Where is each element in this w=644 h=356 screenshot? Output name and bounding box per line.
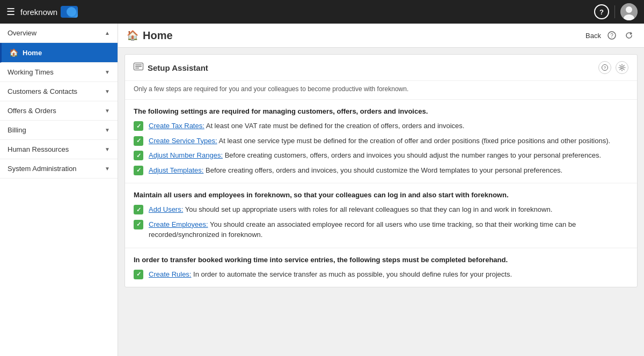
card-header-actions: ? (598, 61, 628, 74)
svg-text:?: ? (604, 65, 606, 70)
checkbox-create-employees[interactable] (134, 220, 143, 229)
svg-text:?: ? (610, 33, 613, 39)
create-rules-text: Create Rules: In order to automate the s… (149, 269, 512, 280)
page-help-button[interactable]: ? (605, 29, 618, 42)
page-title: Home (143, 29, 581, 42)
create-rules-link[interactable]: Create Rules: (149, 270, 191, 278)
card-icon (134, 63, 143, 72)
svg-point-3 (626, 6, 632, 13)
sidebar-working-times-label: Working Times (8, 68, 105, 76)
page-refresh-button[interactable] (623, 29, 635, 42)
topbar: ☰ foreknown ? (0, 0, 644, 24)
home-icon: 🏠 (9, 48, 18, 57)
back-button[interactable]: Back (586, 32, 601, 40)
adjust-number-ranges-link[interactable]: Adjust Number Ranges: (149, 151, 223, 159)
checkbox-adjust-number-ranges[interactable] (134, 151, 143, 160)
sidebar-item-offers-orders[interactable]: Offers & Orders ▼ (0, 101, 118, 121)
create-tax-rates-link[interactable]: Create Tax Rates: (149, 122, 204, 130)
chevron-down-icon: ▼ (105, 127, 110, 133)
chevron-down-icon: ▼ (105, 69, 110, 75)
transfer-section-title: In order to transfer booked working time… (134, 256, 628, 264)
list-item: Create Rules: In order to automate the s… (134, 269, 628, 280)
sidebar-billing-label: Billing (8, 126, 105, 134)
checkbox-create-service-types[interactable] (134, 136, 143, 146)
chevron-down-icon: ▼ (105, 146, 110, 152)
topbar-help-button[interactable]: ? (594, 4, 609, 19)
list-item: Add Users: You should set up appropriate… (134, 204, 628, 215)
sidebar: Overview ▲ 🏠 Home Working Times ▼ Custom… (0, 24, 118, 356)
users-section-title: Maintain all users and employees in fore… (134, 191, 628, 199)
checkbox-adjust-templates[interactable] (134, 166, 143, 175)
adjust-number-ranges-text: Adjust Number Ranges: Before creating cu… (149, 150, 601, 161)
page-header: 🏠 Home Back ? (118, 24, 644, 48)
svg-point-1 (67, 7, 76, 17)
page-home-icon: 🏠 (127, 29, 138, 41)
chevron-up-icon: ▲ (105, 30, 110, 36)
list-item: Create Service Types: At least one servi… (134, 136, 628, 146)
sidebar-item-working-times[interactable]: Working Times ▼ (0, 63, 118, 82)
sidebar-item-overview[interactable]: Overview ▲ (0, 24, 118, 43)
topbar-divider (614, 5, 615, 18)
sidebar-item-human-ressources[interactable]: Human Ressources ▼ (0, 140, 118, 159)
add-users-link[interactable]: Add Users: (149, 205, 183, 213)
card-settings-button[interactable] (616, 61, 628, 74)
card-title: Setup Assistant (148, 63, 598, 72)
main-layout: Overview ▲ 🏠 Home Working Times ▼ Custom… (0, 24, 644, 356)
menu-icon[interactable]: ☰ (6, 6, 15, 18)
create-employees-link[interactable]: Create Employees: (149, 220, 208, 228)
transfer-section: In order to transfer booked working time… (125, 248, 637, 287)
sidebar-offers-label: Offers & Orders (8, 107, 105, 115)
list-item: Create Tax Rates: At least one VAT rate … (134, 121, 628, 131)
main-content: Setup Assistant ? Only a few steps are r… (118, 48, 644, 356)
customers-section-title: The following settings are required for … (134, 107, 628, 115)
logo-icon (61, 6, 78, 18)
sidebar-system-admin-label: System Administration (8, 165, 105, 173)
users-section: Maintain all users and employees in fore… (125, 183, 637, 248)
checkbox-create-rules[interactable] (134, 270, 143, 279)
content-area: 🏠 Home Back ? Setup Assista (118, 24, 644, 356)
sidebar-item-billing[interactable]: Billing ▼ (0, 121, 118, 140)
chevron-down-icon: ▼ (105, 108, 110, 114)
sidebar-customers-label: Customers & Contacts (8, 87, 105, 95)
create-tax-rates-text: Create Tax Rates: At least one VAT rate … (149, 121, 464, 131)
adjust-templates-text: Adjust Templates: Before creating offers… (149, 165, 562, 176)
adjust-templates-link[interactable]: Adjust Templates: (149, 166, 203, 174)
create-service-types-text: Create Service Types: At least one servi… (149, 136, 610, 146)
sidebar-overview-label: Overview (8, 29, 105, 37)
create-service-types-link[interactable]: Create Service Types: (149, 137, 217, 145)
card-subtitle: Only a few steps are required for you an… (125, 81, 637, 100)
card-help-button[interactable]: ? (598, 61, 611, 74)
sidebar-human-ressources-label: Human Ressources (8, 145, 105, 153)
sidebar-item-customers-contacts[interactable]: Customers & Contacts ▼ (0, 82, 118, 101)
checkbox-create-tax-rates[interactable] (134, 121, 143, 131)
list-item: Create Employees: You should create an a… (134, 219, 628, 240)
sidebar-item-home[interactable]: 🏠 Home (0, 43, 118, 63)
page-header-actions: Back ? (586, 29, 635, 42)
logo-text: foreknown (20, 8, 57, 17)
chevron-down-icon: ▼ (105, 166, 110, 172)
checkbox-add-users[interactable] (134, 205, 143, 214)
list-item: Adjust Number Ranges: Before creating cu… (134, 150, 628, 161)
card-header: Setup Assistant ? (125, 55, 637, 81)
create-employees-text: Create Employees: You should create an a… (149, 219, 628, 240)
topbar-avatar[interactable] (620, 3, 638, 20)
list-item: Adjust Templates: Before creating offers… (134, 165, 628, 176)
chevron-down-icon: ▼ (105, 88, 110, 94)
logo: foreknown (20, 6, 78, 18)
customers-section: The following settings are required for … (125, 100, 637, 183)
sidebar-home-label: Home (23, 49, 110, 57)
sidebar-item-system-administration[interactable]: System Administration ▼ (0, 159, 118, 179)
add-users-text: Add Users: You should set up appropriate… (149, 204, 552, 215)
svg-point-14 (621, 66, 623, 69)
setup-assistant-card: Setup Assistant ? Only a few steps are r… (125, 54, 638, 287)
